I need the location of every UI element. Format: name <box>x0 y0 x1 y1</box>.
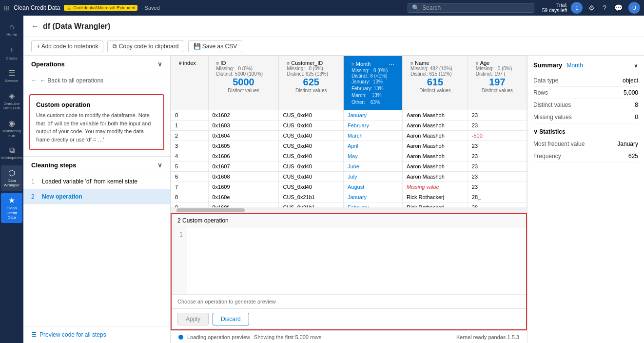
app-name: Clean Credit Data <box>14 4 60 11</box>
search-icon: 🔍 <box>412 4 419 11</box>
avatar[interactable]: U <box>628 2 640 14</box>
apps-icon[interactable]: ⊞ <box>4 4 10 12</box>
feedback-icon[interactable]: 💬 <box>612 3 624 13</box>
topbar-right: Trial: 59 days left 1 ⚙ ? 💬 U <box>542 2 640 14</box>
badge-icon: 🔒 <box>66 5 72 10</box>
notification-icon[interactable]: 1 <box>571 2 583 14</box>
settings-icon[interactable]: ⚙ <box>586 3 597 13</box>
search-input[interactable] <box>422 4 530 11</box>
help-icon[interactable]: ? <box>601 3 608 13</box>
search-box[interactable]: 🔍 <box>408 3 534 13</box>
confidentiality-badge: 🔒 Confidential\Microsoft Extended <box>64 5 137 11</box>
trial-info: Trial: 59 days left <box>542 2 567 13</box>
topbar: ⊞ Clean Credit Data 🔒 Confidential\Micro… <box>0 0 644 16</box>
saved-label: · Saved <box>141 5 159 11</box>
